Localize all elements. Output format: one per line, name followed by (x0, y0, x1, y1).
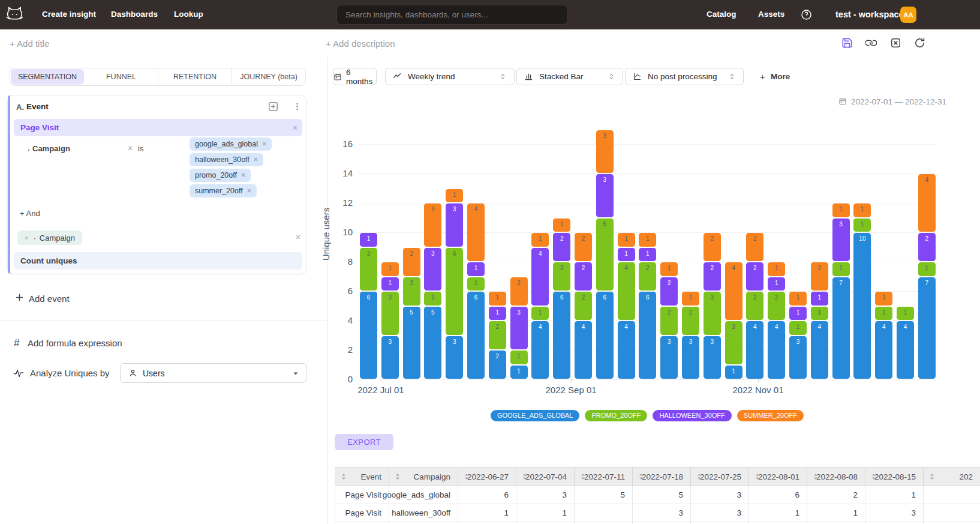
bar-segment-promo_20off[interactable]: 2 (489, 321, 506, 349)
tab-retention[interactable]: RETENTION (158, 68, 232, 85)
bar-segment-halloween_30off[interactable]: 3 (446, 203, 463, 247)
export-button[interactable]: EXPORT (335, 434, 393, 450)
bar-segment-summer_20off[interactable]: 2 (403, 248, 420, 276)
bar-segment-summer_20off[interactable]: 1 (875, 292, 892, 306)
bar-segment-promo_20off[interactable]: 1 (811, 307, 828, 321)
bar-segment-halloween_30off[interactable]: 2 (660, 277, 678, 306)
sort-icon[interactable] (754, 472, 761, 483)
bar-segment-summer_20off[interactable]: 4 (918, 174, 936, 232)
bar-segment-google_ads_global[interactable]: 1 (725, 366, 742, 379)
filter-value-chip[interactable]: halloween_30off× (190, 153, 263, 166)
bar-segment-summer_20off[interactable]: 2 (811, 262, 828, 291)
group-by-chip[interactable]: × · Campaign (17, 230, 82, 245)
bar-segment-halloween_30off[interactable]: 2 (918, 233, 936, 261)
bar-segment-promo_20off[interactable]: 1 (832, 262, 850, 276)
link-icon[interactable] (865, 37, 877, 49)
bar-segment-summer_20off[interactable]: 1 (832, 203, 850, 217)
bar-segment-promo_20off[interactable]: 5 (596, 218, 614, 291)
bar-segment-google_ads_global[interactable]: 4 (531, 321, 549, 379)
column-header[interactable]: 2022-07-18 (633, 468, 691, 486)
bar-segment-halloween_30off[interactable]: 1 (489, 307, 506, 321)
remove-value-icon[interactable]: × (254, 155, 258, 164)
bar-segment-promo_20off[interactable]: 4 (618, 262, 635, 320)
bar-segment-summer_20off[interactable]: 1 (531, 233, 549, 247)
bar-segment-halloween_30off[interactable]: 3 (510, 307, 528, 350)
column-header[interactable]: 2022-07-25 (691, 468, 749, 486)
bar-segment-halloween_30off[interactable]: 1 (811, 292, 828, 306)
date-period-button[interactable]: 6 months (333, 68, 377, 85)
bar-segment-summer_20off[interactable]: 1 (639, 233, 656, 247)
bar-segment-summer_20off[interactable]: 2 (575, 233, 592, 261)
bar-segment-promo_20off[interactable]: 2 (768, 292, 785, 320)
sort-icon[interactable] (638, 472, 645, 483)
bar-segment-promo_20off[interactable]: 1 (853, 218, 871, 232)
add-formula-button[interactable]: Add formula expression (28, 338, 122, 348)
sort-icon[interactable] (928, 472, 936, 483)
bar-segment-summer_20off[interactable]: 4 (467, 203, 485, 261)
legend-pill-google_ads_global[interactable]: GOOGLE_ADS_GLOBAL (491, 410, 580, 421)
filter-value-chip[interactable]: promo_20off× (190, 169, 251, 182)
bar-segment-google_ads_global[interactable]: 4 (811, 321, 828, 379)
sort-icon[interactable] (812, 472, 819, 483)
bar-segment-google_ads_global[interactable]: 6 (596, 292, 614, 379)
bar-segment-halloween_30off[interactable]: 1 (789, 307, 807, 321)
bar-segment-google_ads_global[interactable]: 4 (897, 321, 914, 379)
tab-funnel[interactable]: FUNNEL (85, 68, 158, 85)
workspace-name[interactable]: test - workspace (835, 10, 904, 19)
remove-group-row-icon[interactable]: × (296, 232, 300, 242)
bar-segment-google_ads_global[interactable]: 3 (682, 336, 699, 379)
bar-segment-google_ads_global[interactable]: 10 (853, 233, 871, 379)
help-icon[interactable] (801, 9, 812, 20)
bar-segment-halloween_30off[interactable]: 2 (704, 262, 721, 291)
bar-segment-summer_20off[interactable]: 1 (618, 233, 635, 247)
bar-segment-halloween_30off[interactable]: 2 (575, 262, 592, 291)
remove-value-icon[interactable]: × (241, 171, 245, 179)
sort-icon[interactable] (340, 472, 347, 483)
save-icon[interactable] (841, 37, 853, 49)
bar-segment-summer_20off[interactable]: 1 (489, 292, 506, 306)
bar-segment-promo_20off[interactable]: 1 (424, 292, 441, 306)
bar-segment-halloween_30off[interactable]: 1 (467, 262, 485, 276)
bar-segment-google_ads_global[interactable]: 3 (660, 336, 678, 379)
bar-segment-summer_20off[interactable]: 1 (446, 189, 463, 203)
legend-pill-summer_20off[interactable]: SUMMER_20OFF (737, 410, 804, 421)
bar-segment-google_ads_global[interactable]: 7 (918, 277, 936, 379)
chart-type-select[interactable]: Stacked Bar (516, 68, 623, 85)
cat-logo[interactable] (5, 5, 24, 24)
filter-property[interactable]: Campaign (32, 144, 70, 153)
nav-lookup[interactable]: Lookup (174, 10, 203, 19)
sort-icon[interactable] (521, 472, 528, 483)
bar-segment-promo_20off[interactable]: 1 (510, 351, 528, 364)
column-header[interactable]: Event (335, 468, 389, 486)
bar-segment-summer_20off[interactable]: 2 (704, 233, 721, 261)
bar-segment-promo_20off[interactable]: 1 (531, 307, 549, 321)
bar-segment-google_ads_global[interactable]: 6 (553, 292, 570, 379)
legend-pill-halloween_30off[interactable]: HALLOWEEN_30OFF (653, 410, 731, 421)
bar-segment-summer_20off[interactable]: 1 (660, 262, 678, 276)
bar-segment-google_ads_global[interactable]: 3 (381, 336, 399, 379)
bar-segment-promo_20off[interactable]: 3 (725, 321, 742, 364)
bar-segment-google_ads_global[interactable]: 6 (639, 292, 656, 379)
search-input[interactable] (336, 5, 568, 25)
bar-segment-halloween_30off[interactable]: 1 (639, 248, 656, 262)
bar-segment-promo_20off[interactable]: 3 (704, 292, 721, 335)
bar-segment-promo_20off[interactable]: 2 (746, 292, 763, 320)
post-processing-select[interactable]: No post processing (625, 68, 744, 85)
bar-segment-halloween_30off[interactable]: 1 (381, 277, 399, 291)
tab-segmentation[interactable]: SEGMENTATION (11, 69, 84, 85)
bar-segment-promo_20off[interactable]: 2 (639, 262, 656, 291)
bar-segment-halloween_30off[interactable]: 1 (360, 233, 377, 247)
kebab-menu-icon[interactable] (293, 102, 302, 111)
sort-icon[interactable] (579, 472, 587, 483)
bar-segment-google_ads_global[interactable]: 3 (704, 336, 721, 379)
add-breakdown-icon[interactable] (267, 101, 279, 112)
bar-segment-summer_20off[interactable]: 3 (596, 130, 614, 173)
bar-segment-halloween_30off[interactable]: 1 (618, 248, 635, 262)
bar-segment-promo_20off[interactable]: 1 (875, 307, 892, 321)
bar-segment-promo_20off[interactable]: 2 (660, 307, 678, 335)
bar-segment-promo_20off[interactable]: 1 (467, 277, 485, 291)
bar-segment-promo_20off[interactable]: 6 (446, 248, 463, 335)
bar-segment-google_ads_global[interactable]: 1 (510, 366, 528, 379)
bar-segment-promo_20off[interactable]: 2 (403, 277, 420, 306)
filter-value-chip[interactable]: google_ads_global× (190, 137, 272, 151)
